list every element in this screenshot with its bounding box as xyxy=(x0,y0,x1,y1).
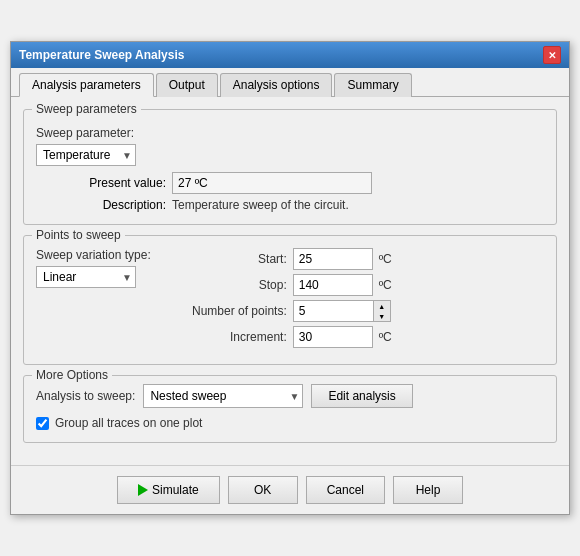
titlebar: Temperature Sweep Analysis ✕ xyxy=(11,42,569,68)
tab-bar: Analysis parameters Output Analysis opti… xyxy=(11,68,569,97)
num-points-spinner: ▲ ▼ xyxy=(293,300,391,322)
ok-button[interactable]: OK xyxy=(228,476,298,504)
present-value-row: Present value: xyxy=(36,172,544,194)
start-input[interactable] xyxy=(293,248,373,270)
nested-sweep-dropdown-wrapper: Nested sweep ▼ xyxy=(143,384,303,408)
sweep-fields: Start: ºC Stop: ºC Number of points: xyxy=(167,248,544,352)
increment-row: Increment: ºC xyxy=(167,326,544,348)
group-traces-label: Group all traces on one plot xyxy=(55,416,202,430)
start-unit: ºC xyxy=(379,252,392,266)
variation-type-section: Sweep variation type: Linear ▼ xyxy=(36,248,151,288)
group-traces-checkbox[interactable] xyxy=(36,417,49,430)
variation-type-dropdown-wrapper: Linear ▼ xyxy=(36,266,136,288)
variation-type-label: Sweep variation type: xyxy=(36,248,151,262)
stop-label: Stop: xyxy=(167,278,287,292)
sweep-param-label: Sweep parameter: xyxy=(36,126,544,140)
description-value: Temperature sweep of the circuit. xyxy=(172,198,349,212)
start-row: Start: ºC xyxy=(167,248,544,270)
close-button[interactable]: ✕ xyxy=(543,46,561,64)
tab-output[interactable]: Output xyxy=(156,73,218,97)
simulate-button[interactable]: Simulate xyxy=(117,476,220,504)
increment-unit: ºC xyxy=(379,330,392,344)
num-points-row: Number of points: ▲ ▼ xyxy=(167,300,544,322)
points-to-sweep-label: Points to sweep xyxy=(32,228,125,242)
help-button[interactable]: Help xyxy=(393,476,463,504)
main-window: Temperature Sweep Analysis ✕ Analysis pa… xyxy=(10,41,570,515)
spinner-down-button[interactable]: ▼ xyxy=(374,311,390,321)
sweep-parameters-group: Sweep parameters Sweep parameter: Temper… xyxy=(23,109,557,225)
simulate-label: Simulate xyxy=(152,483,199,497)
simulate-icon xyxy=(138,484,148,496)
num-points-label: Number of points: xyxy=(167,304,287,318)
spinner-buttons: ▲ ▼ xyxy=(373,300,391,322)
spinner-up-button[interactable]: ▲ xyxy=(374,301,390,311)
description-row: Description: Temperature sweep of the ci… xyxy=(36,198,544,212)
description-label: Description: xyxy=(56,198,166,212)
more-options-label: More Options xyxy=(32,368,112,382)
nested-sweep-dropdown[interactable]: Nested sweep xyxy=(143,384,303,408)
tab-analysis-parameters[interactable]: Analysis parameters xyxy=(19,73,154,97)
increment-input[interactable] xyxy=(293,326,373,348)
sweep-parameters-label: Sweep parameters xyxy=(32,102,141,116)
tab-summary[interactable]: Summary xyxy=(334,73,411,97)
footer: Simulate OK Cancel Help xyxy=(11,465,569,514)
analysis-to-sweep-label: Analysis to sweep: xyxy=(36,389,135,403)
more-options-group: More Options Analysis to sweep: Nested s… xyxy=(23,375,557,443)
edit-analysis-button[interactable]: Edit analysis xyxy=(311,384,412,408)
window-title: Temperature Sweep Analysis xyxy=(19,48,184,62)
num-points-input[interactable] xyxy=(293,300,373,322)
group-traces-row: Group all traces on one plot xyxy=(36,416,544,430)
stop-input[interactable] xyxy=(293,274,373,296)
present-value-input[interactable] xyxy=(172,172,372,194)
increment-label: Increment: xyxy=(167,330,287,344)
stop-row: Stop: ºC xyxy=(167,274,544,296)
present-value-label: Present value: xyxy=(56,176,166,190)
content-area: Sweep parameters Sweep parameter: Temper… xyxy=(11,97,569,465)
cancel-button[interactable]: Cancel xyxy=(306,476,385,504)
points-to-sweep-group: Points to sweep Sweep variation type: Li… xyxy=(23,235,557,365)
variation-type-dropdown[interactable]: Linear xyxy=(36,266,136,288)
start-label: Start: xyxy=(167,252,287,266)
stop-unit: ºC xyxy=(379,278,392,292)
sweep-param-dropdown-wrapper: Temperature ▼ xyxy=(36,144,136,166)
analysis-sweep-row: Analysis to sweep: Nested sweep ▼ Edit a… xyxy=(36,384,544,408)
sweep-param-section: Sweep parameter: Temperature ▼ xyxy=(36,126,544,166)
sweep-param-dropdown[interactable]: Temperature xyxy=(36,144,136,166)
tab-analysis-options[interactable]: Analysis options xyxy=(220,73,333,97)
